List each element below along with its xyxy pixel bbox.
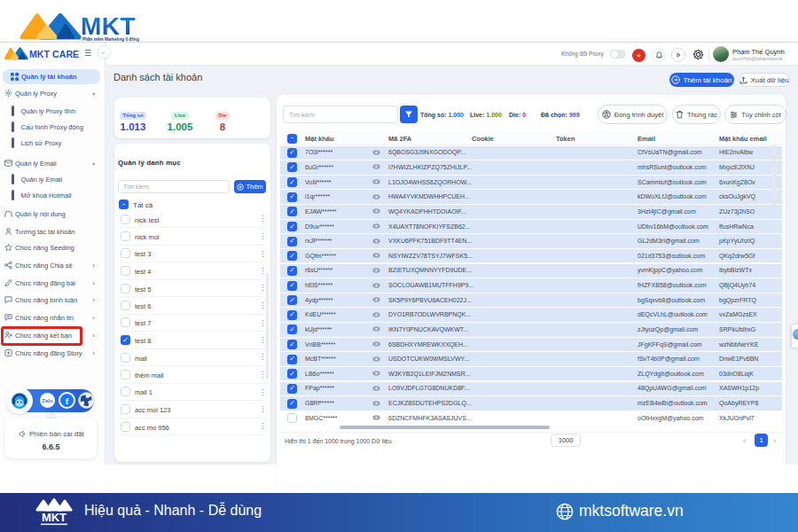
svg-text:MKT: MKT <box>42 511 66 524</box>
